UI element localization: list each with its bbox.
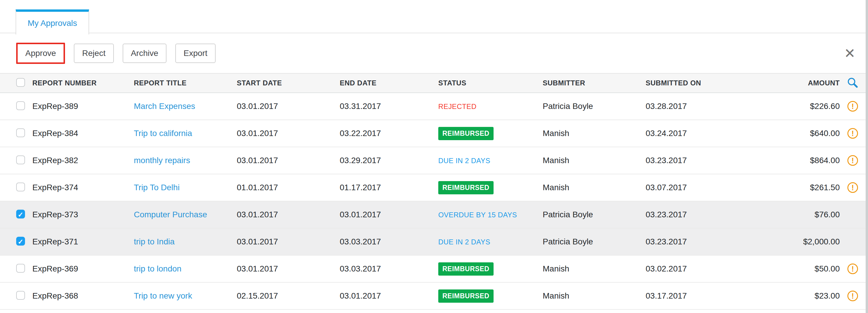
warning-icon[interactable]: !	[847, 182, 858, 193]
start-date: 03.01.2017	[237, 102, 340, 111]
submitter: Patricia Boyle	[543, 210, 646, 219]
table-row[interactable]: ExpRep-371 trip to India 03.01.2017 03.0…	[0, 228, 868, 256]
table-row[interactable]: ExpRep-373 Computer Purchase 03.01.2017 …	[0, 201, 868, 228]
report-number: ExpRep-374	[32, 183, 134, 192]
status-badge: REJECTED	[438, 103, 476, 110]
amount: $2,000.00	[753, 237, 840, 247]
table-row[interactable]: ExpRep-369 trip to london 03.01.2017 03.…	[0, 256, 868, 283]
start-date: 01.01.2017	[237, 183, 340, 192]
report-title-link[interactable]: Trip to new york	[134, 291, 237, 301]
submitted-on: 03.02.2017	[646, 264, 753, 274]
status-badge: OVERDUE BY 15 DAYS	[438, 211, 517, 219]
amount: $50.00	[753, 264, 840, 274]
report-title-link[interactable]: March Expenses	[134, 102, 237, 111]
my-approvals-page: My Approvals Approve Reject Archive Expo…	[0, 0, 868, 313]
amount: $261.50	[753, 183, 840, 192]
status-badge: DUE IN 2 DAYS	[438, 238, 490, 246]
row-checkbox[interactable]	[16, 129, 25, 137]
report-number: ExpRep-368	[32, 291, 134, 301]
table-row[interactable]: ExpRep-368 Trip to new york 02.15.2017 0…	[0, 283, 868, 310]
report-number: ExpRep-373	[32, 210, 134, 219]
amount: $23.00	[753, 291, 840, 301]
start-date: 02.15.2017	[237, 291, 340, 301]
export-button[interactable]: Export	[175, 44, 216, 63]
end-date: 03.29.2017	[340, 156, 438, 165]
tab-my-approvals[interactable]: My Approvals	[16, 9, 89, 34]
warning-icon[interactable]: !	[847, 155, 858, 166]
submitted-on: 03.23.2017	[646, 237, 753, 247]
submitted-on: 03.24.2017	[646, 129, 753, 138]
report-title-link[interactable]: trip to london	[134, 264, 237, 274]
status-badge: DUE IN 2 DAYS	[438, 156, 490, 165]
search-icon[interactable]	[846, 77, 859, 89]
report-title-link[interactable]: trip to India	[134, 237, 237, 247]
row-checkbox[interactable]	[16, 291, 25, 300]
end-date: 03.31.2017	[340, 102, 438, 111]
warning-icon[interactable]: !	[847, 263, 858, 274]
archive-button[interactable]: Archive	[123, 44, 166, 63]
header-report-title: REPORT TITLE	[134, 79, 237, 87]
start-date: 03.01.2017	[237, 210, 340, 219]
report-title-link[interactable]: Trip To Delhi	[134, 183, 237, 192]
end-date: 01.17.2017	[340, 183, 438, 192]
report-number: ExpRep-389	[32, 102, 134, 111]
approve-button[interactable]: Approve	[16, 43, 65, 64]
table-row[interactable]: ExpRep-374 Trip To Delhi 01.01.2017 01.1…	[0, 174, 868, 201]
header-end-date: END DATE	[340, 79, 438, 87]
report-number: ExpRep-369	[32, 264, 134, 274]
submitter: Manish	[543, 129, 646, 138]
report-number: ExpRep-382	[32, 156, 134, 165]
row-checkbox[interactable]	[16, 155, 25, 164]
table-row[interactable]: ExpRep-389 March Expenses 03.01.2017 03.…	[0, 93, 868, 120]
start-date: 03.01.2017	[237, 129, 340, 138]
table-row[interactable]: ExpRep-384 Trip to california 03.01.2017…	[0, 120, 868, 147]
end-date: 03.03.2017	[340, 264, 438, 274]
header-submitted-on: SUBMITTED ON	[646, 79, 753, 87]
row-checkbox[interactable]	[16, 237, 25, 246]
warning-icon[interactable]: !	[847, 291, 858, 301]
table-row[interactable]: ExpRep-382 monthly repairs 03.01.2017 03…	[0, 147, 868, 174]
warning-icon[interactable]: !	[847, 128, 858, 139]
status-badge: REIMBURSED	[438, 262, 494, 276]
submitter: Patricia Boyle	[543, 102, 646, 111]
submitter: Manish	[543, 264, 646, 274]
amount: $864.00	[753, 156, 840, 165]
end-date: 03.01.2017	[340, 210, 438, 219]
report-title-link[interactable]: Computer Purchase	[134, 210, 237, 219]
report-number: ExpRep-384	[32, 129, 134, 138]
row-checkbox[interactable]	[16, 264, 25, 273]
submitter: Manish	[543, 183, 646, 192]
close-icon[interactable]: ✕	[842, 46, 858, 61]
header-report-number: REPORT NUMBER	[32, 79, 134, 87]
row-checkbox[interactable]	[16, 182, 25, 191]
status-badge: REIMBURSED	[438, 289, 494, 303]
amount: $226.60	[753, 102, 840, 111]
end-date: 03.22.2017	[340, 129, 438, 138]
submitted-on: 03.23.2017	[646, 210, 753, 219]
status-badge: REIMBURSED	[438, 181, 494, 194]
amount: $640.00	[753, 129, 840, 138]
amount: $76.00	[753, 210, 840, 219]
row-checkbox[interactable]	[16, 210, 25, 219]
start-date: 03.01.2017	[237, 237, 340, 247]
header-checkbox-cell	[0, 78, 32, 88]
tab-label: My Approvals	[28, 19, 77, 28]
warning-icon[interactable]: !	[847, 101, 858, 112]
status-badge: REIMBURSED	[438, 127, 494, 140]
header-search-cell	[840, 77, 866, 89]
submitted-on: 03.28.2017	[646, 102, 753, 111]
toolbar: Approve Reject Archive Export ✕	[0, 33, 868, 74]
submitter: Manish	[543, 291, 646, 301]
tab-strip: My Approvals	[0, 0, 868, 33]
header-status: STATUS	[438, 79, 543, 87]
submitted-on: 03.07.2017	[646, 183, 753, 192]
report-title-link[interactable]: monthly repairs	[134, 156, 237, 165]
select-all-checkbox[interactable]	[16, 78, 25, 87]
report-title-link[interactable]: Trip to california	[134, 129, 237, 138]
table-header-row: REPORT NUMBER REPORT TITLE START DATE EN…	[0, 74, 868, 93]
reject-button[interactable]: Reject	[74, 44, 114, 63]
start-date: 03.01.2017	[237, 264, 340, 274]
vertical-scrollbar[interactable]	[866, 0, 868, 313]
submitter: Patricia Boyle	[543, 237, 646, 247]
row-checkbox[interactable]	[16, 101, 25, 110]
